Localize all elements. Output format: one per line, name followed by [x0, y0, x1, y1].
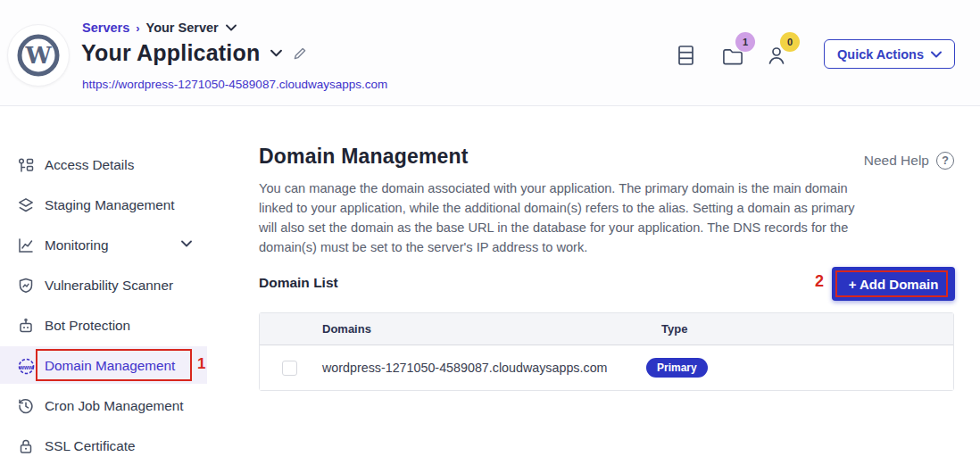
wordpress-icon: W [15, 32, 62, 79]
user-icon[interactable]: 0 [767, 43, 788, 66]
folder-icon[interactable]: 1 [722, 43, 743, 66]
robot-icon [17, 317, 35, 335]
row-checkbox[interactable] [282, 361, 297, 376]
svg-text:www: www [19, 363, 33, 370]
need-help-link[interactable]: Need Help ? [864, 152, 954, 170]
sidebar-item-staging-management[interactable]: Staging Management [0, 185, 259, 225]
quick-actions-label: Quick Actions [837, 47, 924, 62]
wordpress-logo: W [7, 24, 70, 87]
globe-www-icon: www [17, 357, 35, 375]
sidebar-item-vulnerability-scanner[interactable]: Vulnerability Scanner [0, 265, 259, 305]
breadcrumb: Servers › Your Server [82, 21, 237, 35]
column-header-type: Type [661, 322, 687, 336]
chevron-down-icon [181, 240, 192, 247]
page-title: Domain Management [259, 145, 469, 169]
breadcrumb-server-dropdown[interactable]: Your Server [146, 21, 237, 35]
column-header-domains: Domains [322, 322, 371, 336]
svg-text:W: W [24, 42, 52, 69]
sidebar-item-label: Access Details [45, 157, 134, 173]
table-row: wordpress-1271050-4589087.cloudwaysapps.… [260, 345, 953, 390]
sidebar: Access Details Staging Management [0, 106, 259, 465]
shield-icon [17, 277, 35, 295]
folder-count-badge: 1 [735, 32, 755, 52]
sidebar-item-bot-protection[interactable]: Bot Protection [0, 305, 259, 345]
domain-list-title: Domain List [259, 275, 338, 291]
sidebar-item-access-details[interactable]: Access Details [0, 145, 259, 185]
sidebar-item-label: Bot Protection [45, 318, 130, 334]
add-domain-button[interactable]: + Add Domain [832, 267, 955, 301]
page-description: You can manage the domain associated wit… [259, 179, 859, 257]
need-help-label: Need Help [864, 153, 929, 169]
user-count-badge: 0 [780, 32, 800, 52]
layers-icon [17, 196, 35, 214]
breadcrumb-servers-link[interactable]: Servers [82, 21, 129, 35]
cloudways-application-page: W Servers › Your Server Your Application… [0, 0, 980, 465]
sidebar-item-label: Cron Job Management [45, 398, 184, 414]
annotation-box-1 [36, 349, 192, 381]
header-actions: 1 0 Quick Actions [677, 39, 955, 69]
sidebar-item-cron-job-management[interactable]: Cron Job Management [0, 386, 259, 426]
primary-type-badge: Primary [646, 358, 708, 378]
sidebar-item-label: Monitoring [45, 237, 108, 253]
domain-table: Domains Type wordpress-1271050-4589087.c… [259, 312, 954, 391]
breadcrumb-server-name: Your Server [146, 21, 219, 35]
edit-pencil-icon[interactable] [293, 46, 307, 61]
domain-name-cell: wordpress-1271050-4589087.cloudwaysapps.… [322, 361, 608, 375]
app-title-row: Your Application [81, 40, 307, 66]
sidebar-item-monitoring[interactable]: Monitoring [0, 225, 259, 265]
app-header: W Servers › Your Server Your Application… [0, 0, 980, 106]
sidebar-item-ssl-certificate[interactable]: SSL Certificate [0, 426, 259, 465]
breadcrumb-separator: › [136, 21, 139, 35]
sidebar-list: Access Details Staging Management [0, 106, 259, 465]
annotation-number-2: 2 [815, 272, 824, 291]
sidebar-item-label: Staging Management [45, 197, 174, 213]
lock-icon [17, 437, 35, 455]
app-title-chevron-down-icon[interactable] [270, 49, 282, 57]
page-app-title: Your Application [81, 40, 260, 66]
sidebar-item-domain-management[interactable]: www Domain Management 1 [0, 345, 259, 386]
chart-icon [17, 237, 35, 254]
annotation-number-1: 1 [197, 355, 205, 373]
key-icon [17, 156, 35, 174]
app-url-link[interactable]: https://wordpress-1271050-4589087.cloudw… [82, 78, 387, 91]
history-clock-icon [17, 397, 35, 415]
question-circle-icon: ? [936, 152, 954, 170]
table-header-row: Domains Type [260, 313, 953, 345]
quick-actions-button[interactable]: Quick Actions [824, 39, 955, 69]
chevron-down-icon [226, 24, 237, 31]
chevron-down-icon [931, 51, 942, 58]
database-icon[interactable] [677, 43, 699, 66]
sidebar-item-label: SSL Certificate [45, 438, 135, 454]
sidebar-item-label: Vulnerability Scanner [45, 278, 173, 294]
